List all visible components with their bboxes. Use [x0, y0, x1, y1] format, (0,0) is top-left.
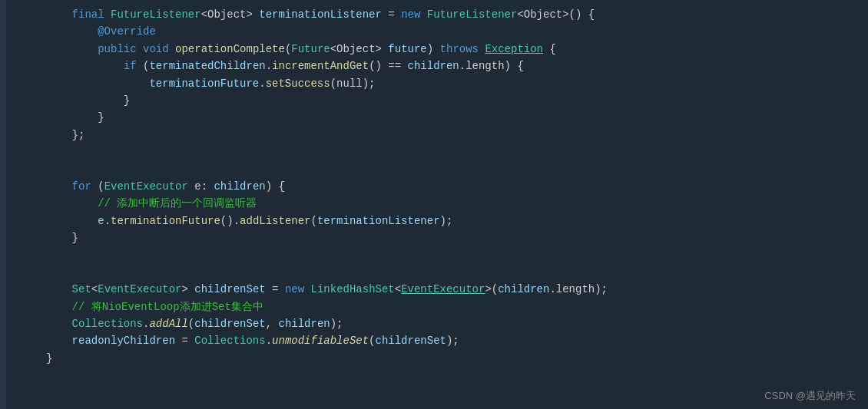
code-token	[46, 60, 124, 72]
code-token: <Object>	[201, 8, 260, 21]
code-token: unmodifiableSet	[272, 335, 369, 347]
code-token: (null);	[330, 78, 376, 90]
code-line: // 将NioEventLoop添加进Set集合中	[46, 299, 868, 315]
code-token: // 添加中断后的一个回调监听器	[98, 197, 257, 209]
code-line	[46, 143, 868, 160]
code-token: .	[266, 335, 272, 347]
code-token: e	[98, 215, 104, 227]
code-token: children	[498, 283, 549, 295]
code-line: final FutureListener<Object> termination…	[46, 6, 868, 23]
code-token: children	[408, 60, 459, 72]
code-line: Set<EventExecutor> childrenSet = new Lin…	[46, 281, 868, 298]
code-token: throws	[440, 43, 479, 55]
footer-attribution: CSDN @遇见的昨天	[752, 384, 868, 409]
code-token	[46, 301, 72, 313]
code-line	[46, 246, 868, 263]
code-line: for (EventExecutor e: children) {	[46, 178, 868, 195]
code-token: );	[330, 318, 343, 330]
code-line: }	[46, 92, 868, 109]
code-token: operationComplete	[175, 43, 285, 55]
code-token: =	[382, 8, 401, 21]
code-token: >(	[485, 283, 498, 295]
code-token	[46, 78, 149, 90]
code-token	[304, 283, 310, 295]
code-content: final FutureListener<Object> termination…	[46, 6, 868, 367]
code-token: children	[279, 318, 330, 330]
code-token	[46, 180, 72, 193]
code-token: EventExecutor	[98, 283, 181, 295]
code-line: readonlyChildren = Collections.unmodifia…	[46, 332, 868, 349]
code-token: .	[104, 215, 111, 227]
code-editor: final FutureListener<Object> termination…	[0, 0, 868, 409]
code-token	[420, 8, 426, 21]
code-token	[46, 197, 98, 209]
code-token: // 将NioEventLoop添加进Set集合中	[72, 301, 263, 313]
code-token: <Object>	[330, 43, 389, 55]
code-token: LinkedHashSet	[311, 283, 395, 295]
code-token: terminationListener	[317, 215, 440, 227]
code-line: // 添加中断后的一个回调监听器	[46, 195, 868, 212]
code-token: childrenSet	[194, 318, 265, 330]
code-token: () ==	[369, 60, 407, 72]
code-token: ().	[220, 215, 240, 227]
footer-text: CSDN @遇见的昨天	[764, 390, 856, 401]
code-token: ) {	[266, 180, 285, 193]
left-accent	[0, 0, 6, 409]
code-line: }	[46, 350, 868, 367]
code-token: Future	[291, 43, 330, 55]
code-token: .length);	[549, 283, 608, 295]
code-line: }	[46, 229, 868, 246]
code-token: Collections	[194, 335, 265, 347]
code-token: new	[285, 283, 304, 295]
code-line: terminationFuture.setSuccess(null);	[46, 75, 868, 92]
code-token: <	[91, 283, 98, 295]
code-token: FutureListener	[111, 8, 201, 21]
code-token	[46, 215, 98, 227]
code-token	[137, 43, 143, 55]
code-token: (	[369, 335, 375, 347]
code-token: );	[440, 215, 453, 227]
code-token: setSuccess	[266, 78, 330, 90]
code-line: e.terminationFuture().addListener(termin…	[46, 213, 868, 229]
code-token: );	[446, 335, 459, 347]
code-token: >	[181, 283, 194, 295]
code-token: FutureListener	[427, 8, 518, 21]
code-token: .	[259, 78, 265, 90]
code-token: e:	[188, 180, 214, 193]
code-token: terminationListener	[259, 8, 382, 21]
code-line: }	[46, 109, 868, 126]
code-token	[46, 283, 72, 295]
code-token: =	[266, 283, 285, 295]
code-token: }	[46, 352, 52, 364]
code-line: public void operationComplete(Future<Obj…	[46, 41, 868, 58]
code-token: }	[46, 111, 104, 124]
code-token	[46, 318, 72, 330]
code-token: incrementAndGet	[272, 60, 369, 72]
code-token: Set	[72, 283, 91, 295]
code-line: if (terminatedChildren.incrementAndGet()…	[46, 58, 868, 74]
code-token: <Object>()	[517, 8, 581, 21]
code-token: ,	[266, 318, 279, 330]
code-token: childrenSet	[376, 335, 446, 347]
code-token: };	[46, 129, 84, 141]
code-token	[46, 43, 98, 55]
code-token: {	[581, 8, 595, 21]
code-token: Collections	[72, 318, 143, 330]
code-token: .length) {	[459, 60, 524, 72]
code-token: new	[401, 8, 420, 21]
code-token: terminationFuture	[149, 78, 259, 90]
code-token: (	[91, 180, 104, 193]
code-token: }	[46, 232, 78, 244]
code-token: terminatedChildren	[149, 60, 265, 72]
code-token: }	[46, 94, 130, 107]
code-token: (	[137, 60, 150, 72]
code-token	[46, 335, 72, 347]
code-token: addAll	[149, 318, 187, 330]
code-token: addListener	[240, 215, 310, 227]
code-line: @Override	[46, 23, 868, 40]
code-token: public	[98, 43, 136, 55]
code-token: terminationFuture	[111, 215, 220, 227]
code-token: readonlyChildren	[72, 335, 175, 347]
code-token: (	[188, 318, 194, 330]
code-token: for	[72, 180, 91, 193]
